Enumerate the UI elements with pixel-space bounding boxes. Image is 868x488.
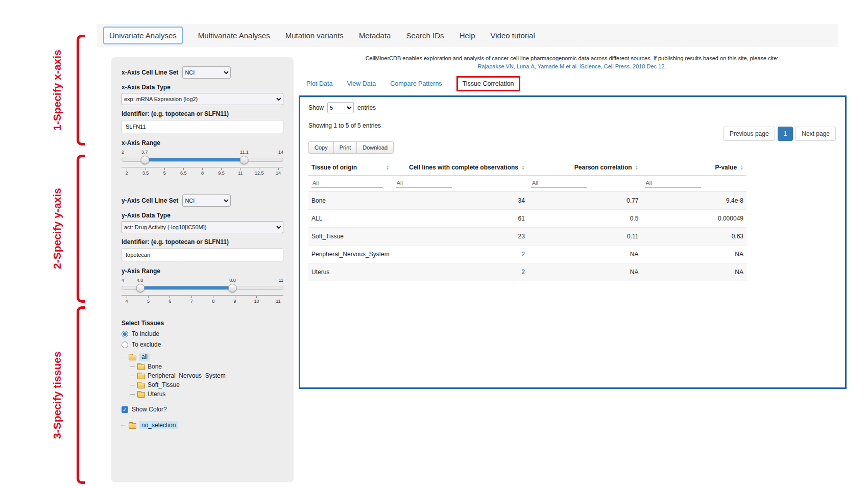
result-tabs: Plot Data View Data Compare Patterns Tis…	[306, 76, 520, 91]
x-tick: 2	[122, 168, 132, 176]
tab-plot-data[interactable]: Plot Data	[306, 80, 332, 87]
to-exclude-radio[interactable]	[122, 341, 128, 348]
table-row[interactable]: ALL 61 0.5 0.000049	[308, 210, 746, 228]
nav-tab-metadata[interactable]: Metadata	[359, 31, 391, 40]
x-range-label: x-Axis Range	[122, 139, 283, 147]
folder-icon	[137, 374, 145, 379]
cell-count: 61	[393, 210, 528, 228]
col-header-p-value[interactable]: P-value	[642, 160, 746, 176]
folder-icon	[129, 355, 136, 360]
cell-tissue: Uterus	[308, 263, 393, 281]
x-cell-line-set-select[interactable]: NCI	[182, 66, 231, 79]
nav-tab-video-tutorial[interactable]: Video tutorial	[490, 31, 535, 40]
sort-icon[interactable]	[635, 165, 639, 170]
cell-tissue: Bone	[308, 192, 393, 210]
cell-tissue: ALL	[308, 210, 393, 228]
x-tick: 8	[198, 168, 208, 176]
table-row[interactable]: Bone 34 0.77 9.4e-8	[308, 192, 746, 210]
to-include-radio[interactable]	[122, 331, 128, 337]
tree-node-soft-tissue-label[interactable]: Soft_Tissue	[148, 381, 180, 388]
tab-tissue-correlation[interactable]: Tissue Correlation	[456, 76, 520, 91]
filter-pearson-input[interactable]	[531, 178, 587, 188]
sort-icon[interactable]	[521, 165, 525, 170]
table-row[interactable]: Uterus 2 NA NA	[308, 263, 746, 281]
next-page-button[interactable]: Next page	[795, 127, 836, 141]
nav-tab-search-ids[interactable]: Search IDs	[406, 31, 444, 40]
filter-pvalue-input[interactable]	[645, 178, 701, 188]
filter-cell-lines-input[interactable]	[396, 178, 452, 188]
tree-node-bone[interactable]: Bone	[130, 362, 283, 371]
cell-count: 34	[393, 192, 528, 210]
nav-tab-help[interactable]: Help	[460, 31, 475, 40]
print-button[interactable]: Print	[333, 141, 357, 154]
show-color-checkbox[interactable]	[122, 406, 128, 413]
y-range-ruler: 4 5 6 7 8 9 10 11	[122, 295, 283, 304]
cell-pearson: 0.11	[528, 228, 642, 246]
cell-pvalue: NA	[642, 263, 746, 281]
tree-node-uterus[interactable]: Uterus	[130, 389, 283, 399]
tree-node-all-label[interactable]: all	[139, 353, 150, 361]
sort-icon[interactable]	[386, 165, 390, 170]
entries-label: entries	[357, 104, 376, 111]
folder-icon	[137, 392, 145, 398]
y-data-type-select[interactable]: act: Drug Activity (-log10[IC50M])	[122, 221, 283, 233]
nav-tab-mutation-variants[interactable]: Mutation variants	[285, 31, 344, 40]
tree-node-pns-label[interactable]: Peripheral_Nervous_System	[148, 372, 226, 379]
y-tick: 5	[143, 296, 153, 304]
annotation-step3-label: 3-Specify tissues	[51, 306, 63, 484]
sort-icon[interactable]	[740, 165, 743, 170]
col-header-pearson-correlation[interactable]: Pearson correlation	[528, 160, 642, 176]
tab-compare-patterns[interactable]: Compare Patterns	[390, 80, 442, 87]
y-tick: 6	[165, 296, 175, 304]
y-cell-line-set-select[interactable]: NCI	[182, 194, 231, 207]
tree-node-bone-label[interactable]: Bone	[148, 363, 162, 370]
x-range-handle-high[interactable]	[239, 156, 248, 164]
table-row[interactable]: Soft_Tissue 23 0.11 0.63	[308, 228, 746, 246]
citation-link[interactable]: Rajapakse.VN, Luna.A, Yamade.M et al. iS…	[304, 63, 840, 69]
cell-pvalue: 0.63	[642, 228, 746, 246]
x-range-handle-low[interactable]	[140, 156, 149, 164]
cell-tissue: Peripheral_Nervous_System	[308, 246, 393, 263]
citation-block: CellMinerCDB enables exploration and ana…	[304, 55, 840, 69]
table-row[interactable]: Peripheral_Nervous_System 2 NA NA	[308, 246, 746, 263]
previous-page-button[interactable]: Previous page	[724, 127, 775, 141]
correlation-table: Tissue of origin Cell lines with complet…	[308, 160, 746, 281]
tissue-tree: all Bone Peripheral_Nervous_System Soft_…	[122, 352, 283, 399]
nav-tab-multivariate-analyses[interactable]: Multivariate Analyses	[198, 31, 270, 40]
y-cell-line-set-label: y-Axis Cell Line Set	[122, 197, 178, 204]
tree-node-peripheral-nervous-system[interactable]: Peripheral_Nervous_System	[130, 371, 283, 380]
col-header-cell-lines[interactable]: Cell lines with complete observations	[393, 160, 528, 176]
y-range-handle-low[interactable]	[136, 284, 144, 292]
to-include-label: To include	[132, 330, 159, 337]
y-range-fill	[140, 286, 232, 289]
annotation-step2-label: 2-Specify y-axis	[51, 155, 63, 303]
y-data-type-label: y-Axis Data Type	[122, 212, 283, 219]
tree-node-uterus-label[interactable]: Uterus	[148, 391, 165, 398]
download-button[interactable]: Download	[356, 141, 394, 154]
filter-tissue-input[interactable]	[311, 178, 383, 188]
col-header-tissue-of-origin[interactable]: Tissue of origin	[308, 160, 393, 176]
tree-node-no-selection-label[interactable]: no_selection	[139, 421, 178, 429]
copy-button[interactable]: Copy	[308, 141, 334, 154]
x-tick: 12.5	[254, 168, 264, 176]
col-header-label: P-value	[715, 164, 737, 171]
tree-node-soft-tissue[interactable]: Soft_Tissue	[130, 380, 283, 389]
control-sidebar: x-Axis Cell Line Set NCI x-Axis Data Typ…	[111, 57, 294, 482]
x-range-track[interactable]	[122, 158, 283, 162]
col-header-label: Pearson correlation	[574, 164, 632, 171]
cell-pvalue: 9.4e-8	[642, 192, 746, 210]
entries-select[interactable]: 5	[327, 102, 354, 113]
y-range-handle-high[interactable]	[228, 284, 237, 292]
annotation-step2-bracket	[77, 155, 85, 303]
tree-node-no-selection[interactable]: no_selection	[122, 420, 283, 430]
y-tick: 11	[273, 296, 283, 304]
tree-node-all[interactable]: all	[122, 352, 283, 362]
tab-view-data[interactable]: View Data	[347, 80, 376, 87]
x-identifier-input[interactable]	[122, 120, 283, 133]
y-range-track[interactable]	[122, 286, 283, 290]
page-number-button[interactable]: 1	[778, 127, 793, 141]
y-tick: 7	[186, 296, 197, 304]
nav-tab-univariate-analyses[interactable]: Univariate Analyses	[103, 27, 183, 44]
x-data-type-select[interactable]: exp: mRNA Expression (log2)	[122, 93, 283, 105]
y-identifier-input[interactable]	[122, 248, 283, 261]
